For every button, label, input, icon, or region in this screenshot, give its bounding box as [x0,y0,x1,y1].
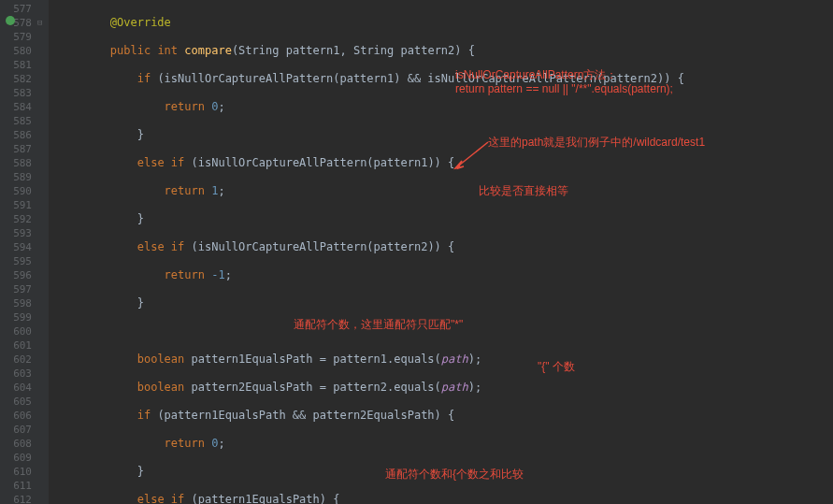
line-number: 585 [0,114,32,128]
override-gutter-icon[interactable] [6,16,15,25]
line-number: 589 [0,170,32,184]
fold-icon[interactable]: ⊟ [37,16,42,30]
line-number-gutter: ⊟ 577 578 579 580 581 582 583 584 585 58… [0,0,49,504]
code-line[interactable]: } [56,212,833,226]
line-number: 593 [0,226,32,240]
code-line[interactable]: else if (isNullOrCaptureAllPattern(patte… [56,156,833,170]
code-line[interactable]: return 0; [56,437,833,451]
code-line[interactable]: } [56,128,833,142]
line-number: 595 [0,254,32,268]
code-line[interactable]: boolean pattern1EqualsPath = pattern1.eq… [56,353,833,367]
line-number: 612 [0,493,32,504]
code-line[interactable]: } [56,296,833,310]
line-number: 580 [0,44,32,58]
annotation-arrow-icon [451,140,493,173]
line-number: 605 [0,395,32,409]
code-line[interactable]: @Override [56,16,833,30]
annotation-text: return pattern == null || "/**".equals(p… [455,82,673,96]
line-number: 607 [0,423,32,437]
code-line[interactable]: return 0; [56,100,833,114]
line-number: 606 [0,409,32,423]
line-number: 583 [0,86,32,100]
code-line[interactable]: return -1; [56,268,833,282]
line-number: 594 [0,240,32,254]
line-number: 591 [0,198,32,212]
line-number: 587 [0,142,32,156]
line-number: 584 [0,100,32,114]
line-number: 604 [0,381,32,395]
code-line[interactable]: if (isNullOrCaptureAllPattern(pattern1) … [56,72,833,86]
annotation-text: 通配符个数和{个数之和比较 [385,468,524,482]
annotation-text: "{" 个数 [538,360,575,374]
line-number: 592 [0,212,32,226]
code-line[interactable]: return 1; [56,184,833,198]
code-editor[interactable]: @Override public int compare(String patt… [49,0,833,504]
code-line[interactable]: if (pattern1EqualsPath && pattern2Equals… [56,409,833,423]
line-number: 579 [0,30,32,44]
annotation-text: isNullOrCaptureAllPattern方法： [455,68,617,82]
line-number: 597 [0,282,32,296]
line-number: 603 [0,367,32,381]
line-number: 609 [0,451,32,465]
code-line[interactable]: else if (isNullOrCaptureAllPattern(patte… [56,240,833,254]
line-number: 588 [0,156,32,170]
line-number: 599 [0,310,32,324]
line-number: 586 [0,128,32,142]
line-number: 577 [0,2,32,16]
line-number: 601 [0,338,32,353]
line-number: 581 [0,58,32,72]
code-line[interactable]: public int compare(String pattern1, Stri… [56,44,833,58]
code-line[interactable]: boolean pattern2EqualsPath = pattern2.eq… [56,381,833,395]
annotation-text: 通配符个数，这里通配符只匹配"*" [294,318,463,332]
code-line[interactable]: else if (pattern1EqualsPath) { [56,493,833,504]
line-number: 610 [0,465,32,479]
line-number: 598 [0,296,32,310]
line-number: 596 [0,268,32,282]
line-number: 590 [0,184,32,198]
line-number: 608 [0,437,32,451]
line-number: 600 [0,324,32,338]
annotation-text: 这里的path就是我们例子中的/wildcard/test1 [488,136,705,150]
line-number: 602 [0,353,32,367]
line-number: 582 [0,72,32,86]
annotation-text: 比较是否直接相等 [479,184,568,198]
line-number: 611 [0,479,32,493]
